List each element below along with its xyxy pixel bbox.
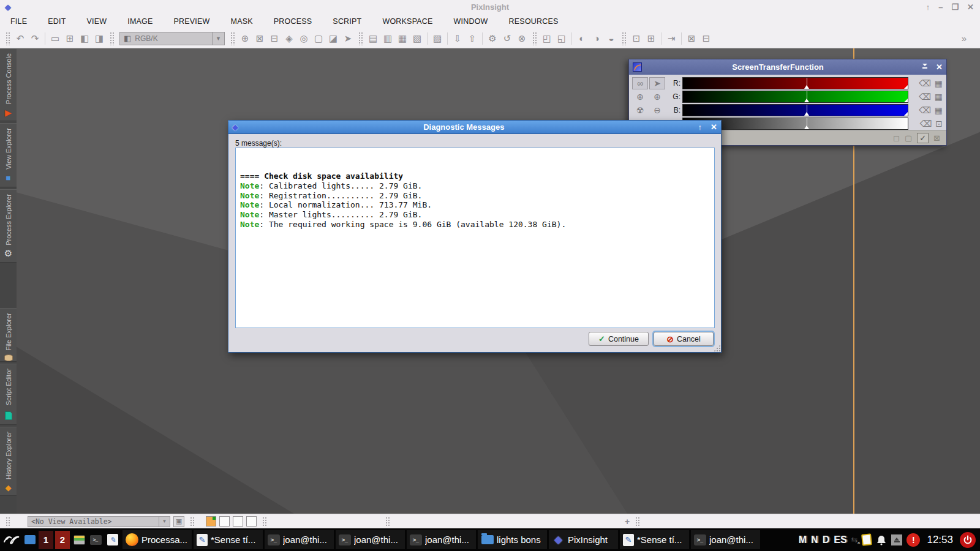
file-add-icon[interactable]: ▦ [395, 31, 410, 46]
menu-image[interactable]: IMAGE [117, 17, 163, 26]
track-view-icon[interactable]: ◐ [575, 31, 589, 46]
sidebar-tab-script-editor[interactable]: Script Editor [0, 364, 17, 425]
zoom-reset-icon[interactable]: ⊕ [238, 31, 252, 46]
green-transfer-bar[interactable] [682, 91, 908, 103]
track-find-icon[interactable]: ◒ [604, 31, 619, 46]
toolbar-drag-handle[interactable] [230, 32, 235, 45]
file-download-icon[interactable]: ⇩ [450, 31, 465, 46]
toolbar-drag-handle[interactable] [532, 32, 537, 45]
dialog-titlebar[interactable]: ◆ Diagnostic Messages ↑ ✕ [228, 121, 721, 134]
taskbar-window-firefox[interactable]: Processa... [123, 530, 192, 549]
clock[interactable]: 12:53 [927, 534, 953, 546]
indicator-m[interactable]: M [799, 534, 807, 545]
toolbar-drag-handle[interactable] [358, 32, 363, 45]
browse-doc-icon[interactable]: ▢ [905, 133, 912, 143]
menu-file[interactable]: FILE [0, 17, 37, 26]
collapse-panel-icon[interactable]: ⊠ [933, 133, 940, 143]
menu-resources[interactable]: RESOURCES [499, 17, 569, 26]
toolbar-drag-handle[interactable] [6, 32, 10, 45]
chevron-down-icon[interactable]: ▼ [212, 32, 224, 45]
zoom-in-icon[interactable]: ⊕ [631, 90, 649, 103]
new-preview-icon[interactable]: ⊞ [62, 31, 77, 46]
screen-preview-icon[interactable]: ⊡ [935, 119, 943, 129]
cancel-button[interactable]: ⊘ Cancel [654, 332, 714, 346]
midtone-marker[interactable] [807, 118, 807, 129]
red-transfer-bar[interactable] [682, 77, 908, 89]
clipboard-icon[interactable] [862, 533, 873, 546]
menu-script[interactable]: SCRIPT [322, 17, 372, 26]
network-icon[interactable]: ⇆× [851, 535, 858, 544]
taskbar-window-terminal[interactable]: >_ joan@thi... [407, 530, 476, 549]
software-updater-icon[interactable] [891, 534, 902, 545]
workspace-1-button[interactable]: 1 [39, 531, 53, 549]
dock-window-icon[interactable]: ⇥ [664, 31, 679, 46]
statusbar-drag-handle[interactable] [385, 517, 390, 527]
toolbar-overflow-button[interactable]: » [962, 33, 967, 43]
undo-icon[interactable]: ↶ [13, 31, 28, 46]
rename-view-icon[interactable]: ▭ [48, 31, 62, 46]
new-image-icon[interactable]: ▢ [311, 31, 326, 46]
file-reload-icon[interactable]: ↺ [500, 31, 514, 46]
center-view-icon[interactable]: ◈ [282, 31, 296, 46]
taskbar-window-kate[interactable]: ✎ *Sense tí... [620, 530, 689, 549]
statusbar-drag-handle[interactable] [6, 517, 10, 527]
alert-icon[interactable]: ! [907, 533, 920, 547]
edit-mode-cursor-icon[interactable]: ➤ [649, 77, 665, 89]
iconize-left-icon[interactable]: ◧ [77, 31, 92, 46]
view-selector-dropdown[interactable]: <No View Available> ▼ [28, 516, 170, 527]
taskbar-window-pixinsight[interactable]: ◆ PixInsight [549, 530, 618, 549]
zoom-out-icon[interactable]: ⊖ [649, 103, 666, 117]
shade-icon[interactable]: ↑ [698, 122, 703, 132]
workspace-swatch-active[interactable] [206, 516, 216, 527]
menu-mask[interactable]: MASK [221, 17, 263, 26]
channel-grid-icon[interactable]: ▦ [935, 92, 943, 102]
midtone-marker[interactable] [807, 105, 807, 116]
workspace-2-button[interactable]: 2 [55, 531, 70, 549]
stf-titlebar[interactable]: ScreenTransferFunction ✕ [629, 59, 946, 75]
sidebar-tab-history-explorer[interactable]: History Explorer ◆ [0, 427, 17, 496]
display-channel-selector[interactable]: ◧ RGB/K ▼ [119, 32, 225, 45]
expand-window-icon[interactable]: ⊠ [252, 31, 267, 46]
menu-process[interactable]: PROCESS [263, 17, 323, 26]
close-icon[interactable]: ✕ [936, 62, 943, 72]
midtone-marker[interactable] [807, 91, 807, 102]
reset-channel-icon[interactable]: ⌫ [919, 119, 932, 129]
close-button[interactable]: ✕ [967, 2, 974, 12]
workspace-swatch[interactable] [233, 516, 243, 527]
file-new-icon[interactable]: ▤ [366, 31, 380, 46]
midtone-marker[interactable] [807, 78, 807, 89]
workspace-swatch[interactable] [219, 516, 230, 527]
select-window-icon[interactable]: ◪ [326, 31, 341, 46]
menu-window[interactable]: WINDOW [443, 17, 499, 26]
file-merge-icon[interactable]: ▧ [410, 31, 424, 46]
close-icon[interactable]: ✕ [710, 122, 717, 132]
sidebar-tab-process-explorer[interactable]: Process Explorer ⚙ [0, 189, 17, 263]
resize-grip[interactable] [714, 345, 720, 351]
screen-24-icon[interactable]: ⊞ [644, 31, 658, 46]
statusbar-drag-handle[interactable] [262, 517, 266, 527]
link-rgb-icon[interactable]: ∞ [632, 77, 648, 89]
shade-icon[interactable] [921, 62, 929, 72]
close-window-icon[interactable]: ⊠ [684, 31, 699, 46]
continue-button[interactable]: ✓ Continue [589, 332, 649, 346]
indicator-n[interactable]: N [811, 534, 818, 545]
file-edit-icon[interactable]: ▥ [380, 31, 395, 46]
file-manager-launcher-icon[interactable] [72, 531, 86, 549]
shrink-window-icon[interactable]: ⊟ [267, 31, 282, 46]
menu-edit[interactable]: EDIT [37, 17, 76, 26]
keyboard-layout-indicator[interactable]: ES [834, 534, 846, 545]
reset-channel-icon[interactable]: ⌫ [919, 105, 931, 115]
mask-new-icon[interactable]: ◰ [540, 31, 554, 46]
terminal-launcher-icon[interactable]: >_ [88, 531, 103, 549]
menu-workspace[interactable]: WORKSPACE [372, 17, 443, 26]
taskbar-window-terminal[interactable]: >_ joan@thi... [265, 530, 334, 549]
statusbar-drag-handle[interactable] [190, 517, 194, 527]
workspace-swatch[interactable] [246, 516, 257, 527]
sidebar-tab-process-console[interactable]: Process Console ▶ [0, 48, 17, 121]
target-view-icon[interactable]: ◎ [296, 31, 311, 46]
channel-grid-icon[interactable]: ▦ [935, 78, 943, 88]
text-editor-launcher-icon[interactable]: ✎ [105, 531, 121, 549]
window-manager-menu-icon[interactable] [2, 531, 21, 549]
file-close-icon[interactable]: ⊗ [514, 31, 529, 46]
sidebar-tab-file-explorer[interactable]: File Explorer [0, 308, 17, 362]
